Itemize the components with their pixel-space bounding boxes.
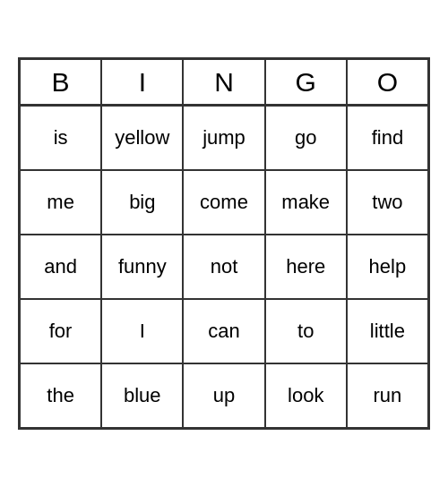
bingo-cell-3-3: to bbox=[265, 299, 347, 363]
bingo-cell-3-0: for bbox=[20, 299, 101, 363]
bingo-cell-3-4: little bbox=[347, 299, 428, 363]
bingo-cell-1-3: make bbox=[265, 170, 347, 235]
bingo-cell-0-1: yellow bbox=[101, 106, 183, 170]
bingo-cell-0-2: jump bbox=[183, 106, 264, 170]
bingo-cell-1-4: two bbox=[347, 170, 428, 235]
bingo-cell-1-2: come bbox=[183, 170, 264, 235]
bingo-cell-4-4: run bbox=[347, 363, 428, 428]
bingo-row-3: forIcantolittle bbox=[20, 299, 428, 363]
bingo-cell-0-4: find bbox=[347, 106, 428, 170]
bingo-row-0: isyellowjumpgofind bbox=[20, 106, 428, 170]
bingo-cell-2-0: and bbox=[20, 235, 101, 299]
bingo-cell-3-2: can bbox=[183, 299, 264, 363]
bingo-cell-2-1: funny bbox=[101, 235, 183, 299]
bingo-cell-4-0: the bbox=[20, 363, 101, 428]
header-cell-I: I bbox=[101, 59, 183, 106]
bingo-cell-3-1: I bbox=[101, 299, 183, 363]
bingo-cell-0-3: go bbox=[265, 106, 347, 170]
bingo-cell-4-1: blue bbox=[101, 363, 183, 428]
bingo-card: BINGO isyellowjumpgofindmebigcomemaketwo… bbox=[18, 57, 430, 430]
bingo-cell-2-3: here bbox=[265, 235, 347, 299]
bingo-cell-2-2: not bbox=[183, 235, 264, 299]
header-cell-B: B bbox=[20, 59, 101, 106]
bingo-row-2: andfunnynotherehelp bbox=[20, 235, 428, 299]
bingo-cell-4-3: look bbox=[265, 363, 347, 428]
bingo-cell-4-2: up bbox=[183, 363, 264, 428]
header-cell-N: N bbox=[183, 59, 264, 106]
bingo-row-4: theblueuplookrun bbox=[20, 363, 428, 428]
bingo-cell-2-4: help bbox=[347, 235, 428, 299]
bingo-header-row: BINGO bbox=[20, 59, 428, 106]
header-cell-G: G bbox=[265, 59, 347, 106]
header-cell-O: O bbox=[347, 59, 428, 106]
bingo-cell-0-0: is bbox=[20, 106, 101, 170]
bingo-row-1: mebigcomemaketwo bbox=[20, 170, 428, 235]
bingo-cell-1-0: me bbox=[20, 170, 101, 235]
bingo-cell-1-1: big bbox=[101, 170, 183, 235]
